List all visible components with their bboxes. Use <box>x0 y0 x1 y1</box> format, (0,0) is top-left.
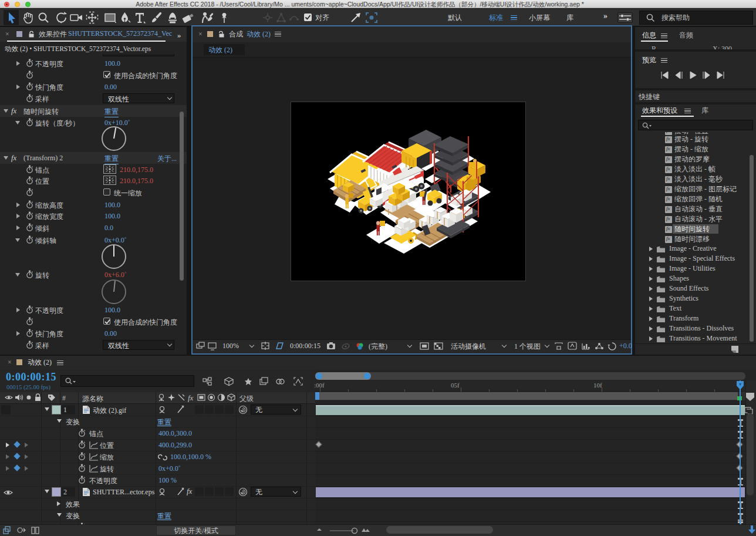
svg-text:fx: fx <box>188 393 194 402</box>
